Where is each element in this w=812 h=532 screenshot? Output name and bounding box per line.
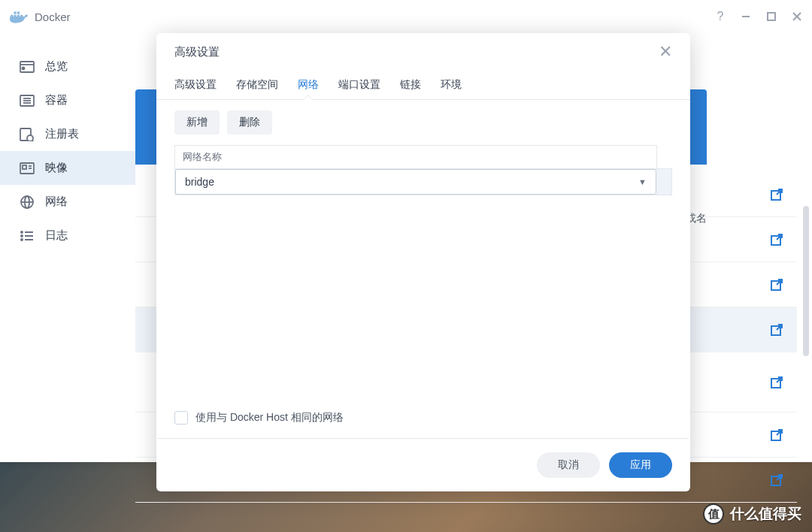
modal-header: 高级设置 ✕ [156,33,690,71]
sidebar-item-label: 总览 [45,59,68,74]
sidebar-item-registry[interactable]: 注册表 [0,117,135,151]
sidebar: 总览 容器 注册表 映像 网络 日志 [0,33,135,462]
watermark-text: 什么值得买 [730,504,801,524]
tab-environment[interactable]: 环境 [441,71,462,99]
external-link-icon[interactable] [770,278,783,292]
watermark-badge: 值 [703,503,724,524]
sidebar-item-log[interactable]: 日志 [0,219,135,252]
log-icon [20,228,35,243]
sidebar-item-image[interactable]: 映像 [0,151,135,185]
modal-actions: 取消 应用 [156,439,690,491]
delete-button[interactable]: 删除 [227,110,272,135]
registry-icon [20,127,35,142]
modal-content: 网络名称 bridge ▼ [156,145,690,411]
external-link-icon[interactable] [770,188,783,201]
add-button[interactable]: 新增 [174,110,220,135]
sidebar-item-label: 容器 [45,93,68,107]
docker-logo-icon [9,9,29,24]
external-link-icon[interactable] [770,323,783,337]
external-link-icon[interactable] [770,473,783,487]
close-icon[interactable]: ✕ [659,42,672,62]
cancel-button[interactable]: 取消 [537,452,600,478]
svg-point-12 [23,67,25,69]
svg-point-31 [21,239,23,240]
help-icon[interactable]: ? [714,11,726,23]
sidebar-item-label: 映像 [45,161,68,175]
sidebar-item-label: 网络 [45,195,68,209]
chevron-down-icon: ▼ [638,177,647,186]
svg-line-19 [32,141,34,141]
external-link-icon[interactable] [770,376,783,389]
sidebar-item-label: 注册表 [45,127,79,141]
tab-volume[interactable]: 存储空间 [236,71,278,99]
select-value: bridge [185,176,214,188]
minimize-icon[interactable] [740,11,752,23]
window-title: Docker [35,11,71,23]
external-link-icon[interactable] [770,428,783,442]
svg-rect-7 [768,13,775,20]
host-network-checkbox[interactable] [174,411,188,425]
tab-network[interactable]: 网络 [298,71,319,99]
svg-rect-21 [23,165,26,169]
modal-footer-option: 使用与 Docker Host 相同的网络 [156,411,690,438]
svg-point-27 [21,231,23,233]
svg-rect-3 [14,12,17,14]
scrollbar[interactable] [803,206,809,356]
close-icon[interactable] [791,11,803,23]
tab-links[interactable]: 链接 [400,71,421,99]
tab-port[interactable]: 端口设置 [338,71,380,99]
table-row[interactable]: bridge ▼ [174,168,672,195]
apply-button[interactable]: 应用 [609,452,672,478]
network-icon [20,195,35,210]
window-controls: ? [714,11,803,23]
tab-advanced[interactable]: 高级设置 [174,71,217,99]
svg-rect-4 [17,12,20,14]
image-icon [20,161,35,176]
container-icon [20,93,35,108]
table-column-header: 网络名称 [174,145,657,168]
network-select[interactable]: bridge ▼ [175,169,656,195]
checkbox-label: 使用与 Docker Host 相同的网络 [195,411,344,425]
sidebar-item-network[interactable]: 网络 [0,185,135,219]
sidebar-item-container[interactable]: 容器 [0,83,135,117]
sidebar-item-label: 日志 [45,228,68,243]
svg-point-18 [27,135,33,141]
modal-title: 高级设置 [174,45,220,59]
dashboard-icon [20,59,35,74]
modal-tabs: 高级设置 存储空间 网络 端口设置 链接 环境 [156,71,690,100]
external-link-icon[interactable] [770,233,783,246]
sidebar-item-overview[interactable]: 总览 [0,50,135,83]
modal-toolbar: 新增 删除 [156,100,690,145]
svg-point-29 [21,235,23,237]
titlebar: Docker ? [0,0,812,33]
watermark: 值 什么值得买 [703,503,801,524]
advanced-settings-modal: 高级设置 ✕ 高级设置 存储空间 网络 端口设置 链接 环境 新增 删除 网络名… [156,33,690,491]
maximize-icon[interactable] [765,11,777,23]
